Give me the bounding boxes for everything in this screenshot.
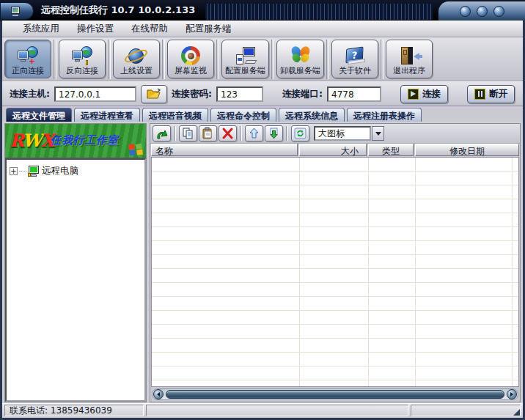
grid-line <box>415 158 416 386</box>
connect-button[interactable]: 连接 <box>400 85 448 103</box>
tab-remote-registry[interactable]: 远程注册表操作 <box>347 108 422 122</box>
column-header-size[interactable]: 大小 <box>299 144 367 156</box>
password-input[interactable]: 123 <box>216 86 263 102</box>
screen-monitor-icon <box>180 45 201 66</box>
refresh-icon <box>293 127 307 140</box>
menu-system[interactable]: 系统应用 <box>15 21 67 37</box>
toolbar-separator <box>271 40 274 79</box>
tab-remote-audio-video[interactable]: 远程语音视频 <box>142 108 208 122</box>
app-icon-capsule[interactable] <box>0 2 34 20</box>
close-button[interactable] <box>493 6 504 17</box>
tab-remote-command-control[interactable]: 远程命令控制 <box>210 108 276 122</box>
status-contact: 联系电话: 13859436039 <box>4 405 144 416</box>
menu-operation[interactable]: 操作设置 <box>70 21 121 37</box>
open-folder-icon <box>146 87 162 100</box>
paste-button[interactable] <box>199 125 217 141</box>
studio-name: 任我行工作室 <box>51 133 119 147</box>
computer-icon <box>28 166 40 177</box>
uninstall-server-icon <box>290 45 311 66</box>
configure-server-button[interactable]: 配置服务端 <box>221 40 269 78</box>
copy-icon <box>181 127 195 140</box>
grid-line <box>299 158 300 386</box>
uninstall-server-button[interactable]: 卸载服务端 <box>276 40 324 78</box>
copy-button[interactable] <box>179 125 197 141</box>
toolbar-separator <box>381 40 383 79</box>
port-input[interactable]: 4778 <box>327 86 381 102</box>
titlebar: 远程控制任我行 10.7 10.0.2.133 <box>0 0 525 21</box>
sidebar: RWX 任我行工作室 + 远程电脑 <box>4 123 147 402</box>
screen-monitor-button[interactable]: 屏幕监视 <box>167 40 214 78</box>
scroll-left-button[interactable] <box>153 389 164 399</box>
menu-bar: 系统应用 操作设置 在线帮助 配置服务端 <box>2 21 523 37</box>
grid-line <box>368 158 369 386</box>
status-bar: 联系电话: 13859436039 <box>2 403 523 418</box>
horizontal-scrollbar[interactable] <box>152 388 518 400</box>
chevron-down-icon <box>375 132 381 136</box>
main-area: RWX 任我行工作室 + 远程电脑 <box>2 122 523 403</box>
delete-button[interactable] <box>219 125 237 141</box>
column-header-type[interactable]: 类型 <box>368 144 414 156</box>
view-mode-value[interactable]: 大图标 <box>314 126 371 141</box>
windows-logo-icon <box>128 143 143 156</box>
file-toolbar: 大图标 <box>150 124 520 144</box>
exit-program-icon <box>399 45 419 66</box>
dropdown-button[interactable] <box>372 126 384 141</box>
titlebar-stripes <box>205 4 433 20</box>
refresh-button[interactable] <box>291 125 309 141</box>
toolbar-separator <box>108 40 111 79</box>
back-arrow-icon <box>155 127 169 140</box>
tab-remote-file-manager[interactable]: 远程文件管理 <box>6 108 72 122</box>
window-controls <box>438 1 525 21</box>
upload-arrow-icon <box>247 127 261 140</box>
host-label: 连接主机: <box>10 88 50 100</box>
about-software-button[interactable]: ? 关于软件 <box>331 40 378 78</box>
window-title: 远程控制任我行 10.7 10.0.2.133 <box>41 4 195 17</box>
menu-config-server[interactable]: 配置服务端 <box>178 21 239 37</box>
rwx-logo: RWX <box>10 130 53 151</box>
maximize-button[interactable] <box>477 6 488 17</box>
tab-strip: 远程文件管理 远程进程查看 远程语音视频 远程命令控制 远程系统信息 远程注册表… <box>2 106 523 122</box>
host-input[interactable]: 127.0.0.1 <box>54 86 136 102</box>
browse-host-button[interactable] <box>141 85 167 103</box>
pause-icon <box>474 89 485 100</box>
online-settings-icon <box>126 45 147 66</box>
forward-connect-button[interactable]: + 正向连接 <box>4 40 51 78</box>
tree-connector <box>19 171 26 172</box>
scroll-right-button[interactable] <box>507 389 517 399</box>
download-button[interactable] <box>265 125 283 141</box>
tree-item-label: 远程电脑 <box>42 165 78 177</box>
reverse-connect-button[interactable]: 反向连接 <box>59 40 106 78</box>
upload-button[interactable] <box>245 125 263 141</box>
view-mode-dropdown[interactable]: 大图标 <box>314 126 384 141</box>
minimize-button[interactable] <box>460 6 471 17</box>
resize-grip[interactable] <box>513 409 520 416</box>
download-arrow-icon <box>267 127 281 140</box>
exit-program-button[interactable]: 退出程序 <box>386 40 433 78</box>
play-icon <box>408 89 419 100</box>
scrollbar-thumb[interactable] <box>166 390 504 399</box>
window-content: 系统应用 操作设置 在线帮助 配置服务端 + 正向连接 反向连接 <box>0 21 525 420</box>
toolbar-separator <box>54 40 56 79</box>
disconnect-button[interactable]: 断开 <box>467 85 515 103</box>
connection-bar: 连接主机: 127.0.0.1 连接密码: 123 连接端口: 4778 连接 <box>2 81 523 106</box>
menu-help[interactable]: 在线帮助 <box>124 21 175 37</box>
online-settings-button[interactable]: 上线设置 <box>113 40 160 78</box>
file-list[interactable] <box>151 157 519 387</box>
column-header-date[interactable]: 修改日期 <box>415 144 519 156</box>
tab-remote-system-info[interactable]: 远程系统信息 <box>279 108 345 122</box>
toolbar-separator <box>162 40 165 79</box>
tab-remote-process-view[interactable]: 远程进程查看 <box>74 108 140 122</box>
arrow-left-icon <box>157 392 160 397</box>
go-back-button[interactable] <box>153 125 171 141</box>
tree-item-remote-computer[interactable]: + 远程电脑 <box>10 165 142 177</box>
tree-expander[interactable]: + <box>10 167 18 175</box>
app-window: 远程控制任我行 10.7 10.0.2.133 系统应用 操作设置 在线帮助 配… <box>0 0 525 420</box>
main-toolbar: + 正向连接 反向连接 上线设置 <box>2 37 523 81</box>
paste-icon <box>201 127 215 140</box>
app-icon <box>11 7 23 16</box>
arrow-right-icon <box>510 392 513 397</box>
file-toolbar-separator <box>286 126 288 141</box>
file-toolbar-separator <box>240 126 242 141</box>
forward-connect-icon: + <box>18 45 38 66</box>
column-header-name[interactable]: 名称 <box>151 144 298 156</box>
